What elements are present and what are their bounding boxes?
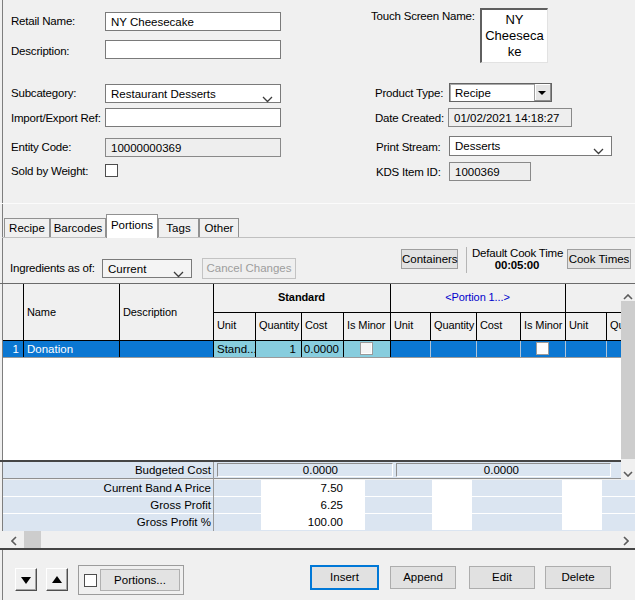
portions-button[interactable]: Portions... xyxy=(100,569,180,591)
col-header-p2-unit: Unit xyxy=(569,319,588,331)
col-header-p1-quantity: Quantity xyxy=(434,319,474,331)
product-type-select[interactable]: Recipe xyxy=(449,83,552,102)
move-down-button[interactable] xyxy=(15,568,37,591)
print-stream-value: Desserts xyxy=(455,140,500,152)
default-cook-time-label: Default Cook Time xyxy=(472,247,563,259)
kds-item-id-input: 1000369 xyxy=(449,162,531,181)
append-button[interactable]: Append xyxy=(390,566,456,589)
tab-barcodes[interactable]: Barcodes xyxy=(50,218,106,237)
entity-code-input: 10000000369 xyxy=(105,138,281,157)
subcategory-label: Subcategory: xyxy=(11,87,76,99)
delete-button[interactable]: Delete xyxy=(545,566,611,589)
group-header-portion1[interactable]: <Portion 1...> xyxy=(390,291,565,303)
cell-std-isminor[interactable] xyxy=(344,341,390,357)
grid-empty-area xyxy=(3,358,621,460)
touch-screen-name-label: Touch Screen Name: xyxy=(371,10,475,22)
horizontal-scrollbar-thumb[interactable] xyxy=(24,531,41,548)
summary-empty-cell[interactable] xyxy=(432,480,472,496)
cell-std-cost[interactable]: 0.0000 xyxy=(302,341,343,357)
col-header-p1-cost: Cost xyxy=(480,319,502,331)
row-header[interactable]: 1 xyxy=(3,341,23,357)
triangle-down-icon xyxy=(21,577,31,584)
default-cook-time-value: 00:05:00 xyxy=(472,259,562,271)
band-a-price-value[interactable]: 7.50 xyxy=(261,480,365,496)
date-created-label: Date Created: xyxy=(375,112,444,124)
group-header-standard: Standard xyxy=(213,291,390,303)
summary-empty-cell[interactable] xyxy=(432,497,472,513)
product-type-value: Recipe xyxy=(455,87,491,99)
cell-portion1-row[interactable] xyxy=(391,341,621,357)
edit-button[interactable]: Edit xyxy=(469,566,535,589)
date-created-input: 01/02/2021 14:18:27 xyxy=(448,108,572,127)
retail-name-label: Retail Name: xyxy=(11,15,75,27)
tab-portions[interactable]: Portions xyxy=(106,214,158,238)
insert-button[interactable]: Insert xyxy=(310,565,379,590)
cook-times-button[interactable]: Cook Times xyxy=(567,249,631,269)
vertical-scrollbar-thumb[interactable] xyxy=(621,301,635,459)
summary-empty-cell[interactable] xyxy=(562,497,602,513)
cell-description[interactable] xyxy=(120,341,213,357)
chevron-down-icon xyxy=(173,266,184,283)
gross-profit-value[interactable]: 6.25 xyxy=(261,497,365,513)
scroll-down-icon[interactable] xyxy=(623,467,633,479)
triangle-up-icon xyxy=(52,576,62,583)
is-minor-checkbox[interactable] xyxy=(536,342,549,355)
vertical-scrollbar[interactable] xyxy=(621,284,635,480)
sold-by-weight-label: Sold by Weight: xyxy=(11,165,88,177)
tab-panel-edge xyxy=(2,237,635,238)
budgeted-cost-label: Budgeted Cost xyxy=(3,464,211,476)
tab-tags[interactable]: Tags xyxy=(158,218,199,237)
grid-top-border xyxy=(0,283,635,284)
gross-profit-pct-label: Gross Profit % xyxy=(3,516,211,528)
budgeted-cost-standard: 0.0000 xyxy=(217,463,393,477)
description-label: Description: xyxy=(11,45,69,57)
containers-button[interactable]: Containers xyxy=(401,249,458,269)
chevron-down-icon xyxy=(593,143,604,160)
toolbar-separator xyxy=(466,247,467,273)
chevron-down-icon xyxy=(262,91,273,108)
sold-by-weight-checkbox[interactable] xyxy=(105,164,118,177)
summary-empty-cell[interactable] xyxy=(432,514,472,530)
import-export-ref-input[interactable] xyxy=(105,108,281,127)
cancel-changes-button: Cancel Changes xyxy=(202,258,296,279)
col-header-p1-isminor: Is Minor xyxy=(524,319,562,331)
cell-name[interactable]: Donation xyxy=(24,341,119,357)
ingredients-as-of-select[interactable]: Current xyxy=(102,259,192,278)
description-input[interactable] xyxy=(105,40,281,59)
import-export-ref-label: Import/Export Ref: xyxy=(11,112,101,124)
is-minor-checkbox[interactable] xyxy=(360,342,373,355)
dropdown-button[interactable] xyxy=(534,84,551,101)
ingredients-as-of-label: Ingredients as of: xyxy=(10,262,95,274)
print-stream-select[interactable]: Desserts xyxy=(449,136,612,156)
product-type-label: Product Type: xyxy=(375,87,443,99)
portions-checkbox[interactable] xyxy=(84,574,97,587)
print-stream-label: Print Stream: xyxy=(376,141,441,153)
move-up-button[interactable] xyxy=(46,568,68,591)
subcategory-select[interactable]: Restaurant Desserts xyxy=(105,84,281,103)
col-header-std-quantity: Quantity xyxy=(259,319,299,331)
col-header-std-cost: Cost xyxy=(305,319,327,331)
col-header-name: Name xyxy=(27,306,56,318)
col-header-p1-unit: Unit xyxy=(394,319,413,331)
summary-empty-cell[interactable] xyxy=(562,480,602,496)
touch-screen-name-input[interactable]: NY Cheeseca ke xyxy=(480,8,548,63)
retail-name-input[interactable]: NY Cheesecake xyxy=(105,12,281,31)
triangle-down-icon xyxy=(538,91,546,95)
product-editor-window: Retail Name: NY Cheesecake Description: … xyxy=(0,0,635,600)
gross-profit-pct-value[interactable]: 100.00 xyxy=(261,514,365,530)
scroll-right-icon[interactable] xyxy=(623,536,629,548)
entity-code-label: Entity Code: xyxy=(11,141,71,153)
cell-std-unit[interactable]: Stand... xyxy=(214,341,255,357)
tab-recipe[interactable]: Recipe xyxy=(4,218,50,237)
horizontal-scrollbar[interactable] xyxy=(2,531,635,548)
col-header-std-isminor: Is Minor xyxy=(347,319,385,331)
summary-empty-cell[interactable] xyxy=(562,514,602,530)
tab-other[interactable]: Other xyxy=(199,218,239,237)
cell-std-quantity[interactable]: 1 xyxy=(256,341,301,357)
scroll-left-icon[interactable] xyxy=(11,536,17,548)
col-header-std-unit: Unit xyxy=(217,319,236,331)
gross-profit-label: Gross Profit xyxy=(3,499,211,511)
subcategory-value: Restaurant Desserts xyxy=(111,88,216,100)
ingredients-as-of-value: Current xyxy=(108,263,146,275)
form-tabs-divider xyxy=(0,203,635,204)
